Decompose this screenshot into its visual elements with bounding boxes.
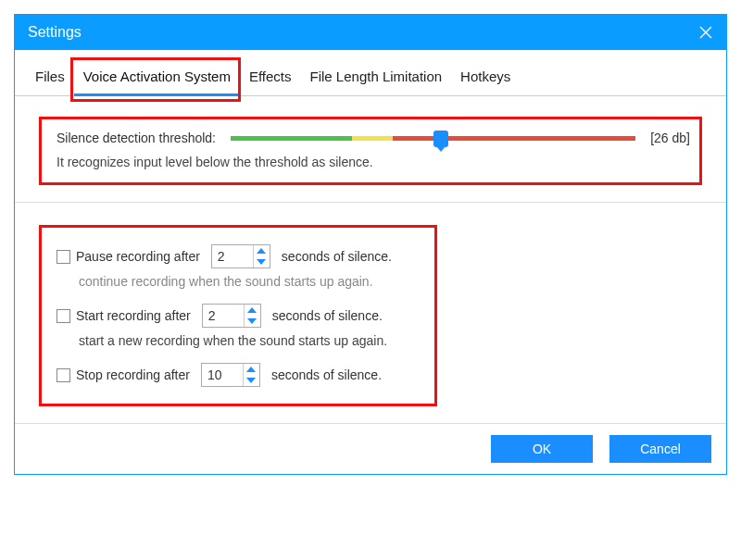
stop-option-row: Stop recording after 10 seconds of silen… bbox=[57, 363, 420, 387]
chevron-up-icon[interactable] bbox=[245, 305, 260, 316]
slider-thumb[interactable] bbox=[433, 131, 448, 147]
chevron-down-icon[interactable] bbox=[244, 375, 259, 386]
pause-checkbox[interactable] bbox=[57, 250, 70, 264]
stop-spinner bbox=[243, 364, 259, 386]
tab-hotkeys[interactable]: Hotkeys bbox=[451, 61, 520, 95]
threshold-row: Silence detection threshold: [26 db] bbox=[57, 131, 690, 145]
pause-spinner bbox=[253, 245, 270, 268]
chevron-down-icon[interactable] bbox=[245, 316, 260, 327]
highlight-threshold-section: Silence detection threshold: [26 db] It … bbox=[39, 117, 702, 185]
window-title: Settings bbox=[28, 24, 82, 41]
start-label-before: Start recording after bbox=[76, 308, 191, 323]
chevron-up-icon[interactable] bbox=[244, 364, 259, 375]
start-seconds-input[interactable]: 2 bbox=[202, 304, 261, 328]
titlebar: Settings bbox=[15, 15, 726, 50]
tab-file-length-limitation[interactable]: File Length Limitation bbox=[301, 61, 452, 95]
tab-voice-activation-system[interactable]: Voice Activation System bbox=[74, 61, 240, 96]
slider-segment-yellow bbox=[352, 136, 393, 141]
stop-checkbox[interactable] bbox=[57, 368, 70, 382]
settings-dialog: Settings Files Voice Activation System E… bbox=[14, 14, 727, 475]
stop-label-after: seconds of silence. bbox=[271, 367, 382, 382]
start-seconds-value: 2 bbox=[203, 305, 244, 327]
tabs-bar: Files Voice Activation System Effects Fi… bbox=[15, 50, 726, 96]
stop-seconds-value: 10 bbox=[202, 364, 243, 386]
pause-seconds-value: 2 bbox=[212, 245, 253, 268]
start-label-after: seconds of silence. bbox=[272, 308, 383, 323]
pause-hint: continue recording when the sound starts… bbox=[79, 274, 420, 289]
stop-label-before: Stop recording after bbox=[76, 367, 190, 382]
cancel-button[interactable]: Cancel bbox=[609, 435, 711, 463]
highlight-options-section: Pause recording after 2 seconds of silen… bbox=[39, 225, 437, 406]
start-option-row: Start recording after 2 seconds of silen… bbox=[57, 304, 420, 328]
tab-files[interactable]: Files bbox=[26, 61, 74, 95]
threshold-value: [26 db] bbox=[650, 131, 690, 145]
threshold-label: Silence detection threshold: bbox=[57, 131, 216, 145]
ok-button[interactable]: OK bbox=[491, 435, 593, 463]
close-icon[interactable] bbox=[697, 23, 715, 42]
threshold-description: It recognizes input level below the thre… bbox=[57, 155, 690, 169]
pause-label-after: seconds of silence. bbox=[282, 249, 392, 264]
dialog-footer: OK Cancel bbox=[15, 423, 726, 474]
start-hint: start a new recording when the sound sta… bbox=[79, 333, 420, 348]
threshold-slider[interactable] bbox=[231, 131, 635, 144]
stop-seconds-input[interactable]: 10 bbox=[201, 363, 260, 387]
tab-content: Silence detection threshold: [26 db] It … bbox=[15, 96, 726, 423]
separator bbox=[15, 202, 726, 203]
start-checkbox[interactable] bbox=[57, 309, 70, 323]
chevron-up-icon[interactable] bbox=[254, 245, 270, 256]
slider-segment-green bbox=[231, 136, 352, 141]
pause-seconds-input[interactable]: 2 bbox=[211, 244, 270, 268]
tab-effects[interactable]: Effects bbox=[240, 61, 301, 95]
pause-label-before: Pause recording after bbox=[76, 249, 200, 264]
pause-option-row: Pause recording after 2 seconds of silen… bbox=[57, 244, 420, 268]
slider-segment-red bbox=[393, 136, 635, 141]
start-spinner bbox=[244, 305, 260, 327]
chevron-down-icon[interactable] bbox=[254, 256, 270, 268]
